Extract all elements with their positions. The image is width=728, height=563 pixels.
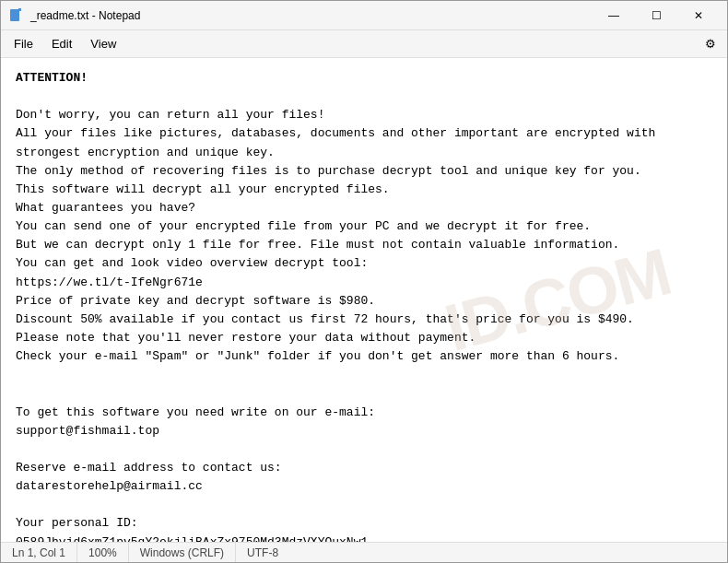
notepad-window: _readme.txt - Notepad — ☐ ✕ File Edit Vi… [0,0,728,563]
svg-rect-4 [18,8,21,11]
line-5: strongest encryption and unique key. [16,144,712,162]
svg-rect-2 [12,14,18,15]
line-23: datarestorehelp@airmail.cc [16,477,712,496]
line-4: All your files like pictures, databases,… [16,124,712,143]
window-title: _readme.txt - Notepad [30,9,593,22]
menu-edit[interactable]: Edit [42,33,81,54]
settings-icon[interactable]: ⚙ [698,33,723,54]
line-19: To get this software you need write on o… [16,404,712,422]
notepad-icon [8,8,23,23]
line-10: But we can decrypt only 1 file for free.… [16,236,712,254]
status-bar: Ln 1, Col 1 100% Windows (CRLF) UTF-8 [1,542,727,562]
line-15: Please note that you'll never restore yo… [16,329,712,347]
line-26: 0589Jhyjd6xmZ1pv5qY2ekjliBAxZx9750Md3Mdz… [16,534,712,542]
line-8: What guarantees you have? [16,199,712,217]
svg-rect-0 [10,9,19,21]
menu-file[interactable]: File [5,33,42,54]
line-blank-3 [16,384,712,403]
menu-bar: File Edit View ⚙ [1,30,727,58]
cursor-position: Ln 1, Col 1 [1,543,77,562]
window-controls: — ☐ ✕ [593,1,720,30]
minimize-button[interactable]: — [593,1,635,30]
line-22: Reserve e-mail address to contact us: [16,459,712,477]
line-blank-5 [16,496,712,514]
line-11: You can get and look video overview decr… [16,254,712,273]
line-12: https://we.tl/t-IfeNgr671e [16,274,712,292]
line-7: This software will decrypt all your encr… [16,181,712,199]
line-3: Don't worry, you can return all your fil… [16,106,712,124]
maximize-button[interactable]: ☐ [635,1,677,30]
line-6: The only method of recovering files is t… [16,162,712,181]
svg-rect-1 [12,12,18,13]
svg-rect-3 [12,16,16,17]
line-1: ATTENTION! [16,69,712,88]
menu-view[interactable]: View [81,33,125,54]
content-area: ID.COM ATTENTION! Don't worry, you can r… [1,58,727,542]
text-editor[interactable]: ID.COM ATTENTION! Don't worry, you can r… [1,58,727,542]
zoom-level: 100% [77,543,129,562]
line-20: support@fishmail.top [16,422,712,440]
title-bar: _readme.txt - Notepad — ☐ ✕ [1,1,727,30]
line-16: Check your e-mail "Spam" or "Junk" folde… [16,347,712,366]
line-14: Discount 50% available if you contact us… [16,311,712,329]
line-ending: Windows (CRLF) [129,543,236,562]
line-9: You can send one of your encrypted file … [16,217,712,236]
line-blank-4 [16,440,712,459]
close-button[interactable]: ✕ [677,1,720,30]
encoding: UTF-8 [236,543,289,562]
line-blank-1 [16,88,712,106]
line-13: Price of private key and decrypt softwar… [16,292,712,311]
line-25: Your personal ID: [16,514,712,533]
line-blank-2 [16,366,712,384]
